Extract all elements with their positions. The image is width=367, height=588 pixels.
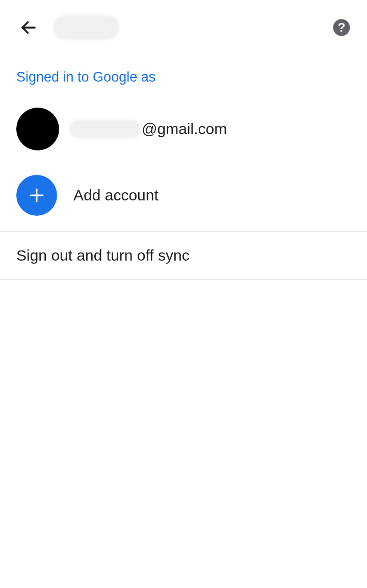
sign-out-row[interactable]: Sign out and turn off sync — [0, 232, 367, 279]
add-icon-circle — [16, 175, 57, 216]
add-account-row[interactable]: Add account — [0, 163, 367, 231]
section-heading: Signed in to Google as — [0, 55, 367, 95]
divider — [0, 279, 367, 280]
account-email: @gmail.com — [69, 120, 227, 138]
back-arrow-icon — [19, 18, 38, 37]
help-icon: ? — [332, 18, 351, 37]
header: ? — [0, 0, 367, 55]
plus-icon — [28, 186, 46, 204]
title-redacted — [53, 15, 119, 40]
email-suffix: @gmail.com — [142, 120, 227, 138]
account-row[interactable]: @gmail.com — [0, 95, 367, 163]
email-redacted — [69, 120, 141, 138]
page-title — [53, 15, 332, 40]
back-button[interactable] — [16, 15, 41, 40]
svg-text:?: ? — [338, 20, 346, 34]
help-button[interactable]: ? — [332, 18, 351, 37]
avatar — [16, 108, 59, 150]
add-account-label: Add account — [73, 187, 159, 204]
